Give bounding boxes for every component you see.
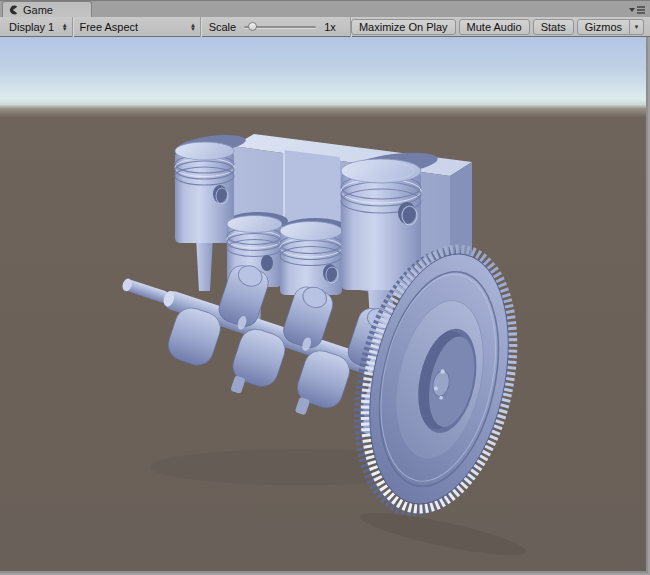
toolbar-buttons: Maximize On Play Mute Audio Stats Gizmos…: [351, 19, 644, 35]
aspect-ratio-dropdown[interactable]: Free Aspect ▲▼: [72, 18, 199, 36]
unity-game-window: Game Display 1 ▲▼ Free Aspect ▲▼ Scale: [0, 0, 650, 575]
tab-game[interactable]: Game: [2, 1, 92, 17]
display-dropdown-value: Display 1: [9, 21, 56, 33]
mute-audio-button[interactable]: Mute Audio: [459, 19, 530, 35]
updown-arrows-icon: ▲▼: [62, 23, 68, 31]
gizmos-button[interactable]: Gizmos: [577, 19, 630, 35]
tab-strip: Game: [0, 0, 650, 17]
scale-slider-knob[interactable]: [248, 22, 257, 31]
game-pacman-icon: [8, 5, 18, 15]
scale-slider[interactable]: [244, 21, 316, 33]
stats-button[interactable]: Stats: [533, 19, 574, 35]
scale-control: Scale 1x: [201, 21, 351, 33]
scale-label: Scale: [209, 21, 237, 33]
game-viewport[interactable]: [0, 37, 648, 573]
gizmos-dropdown-arrow-icon[interactable]: ▼: [630, 19, 644, 35]
game-view-toolbar: Display 1 ▲▼ Free Aspect ▲▼ Scale 1x Max…: [0, 17, 650, 37]
tab-game-label: Game: [23, 4, 53, 16]
updown-arrows-icon: ▲▼: [190, 23, 196, 31]
gizmos-control: Gizmos ▼: [577, 19, 644, 35]
display-dropdown[interactable]: Display 1 ▲▼: [2, 18, 72, 36]
aspect-dropdown-value: Free Aspect: [79, 21, 184, 33]
connecting-rod-1: [196, 237, 213, 291]
window-menu-icon[interactable]: [628, 5, 646, 15]
game-render-canvas[interactable]: [0, 37, 648, 573]
scale-value: 1x: [324, 21, 342, 33]
maximize-on-play-button[interactable]: Maximize On Play: [351, 19, 456, 35]
